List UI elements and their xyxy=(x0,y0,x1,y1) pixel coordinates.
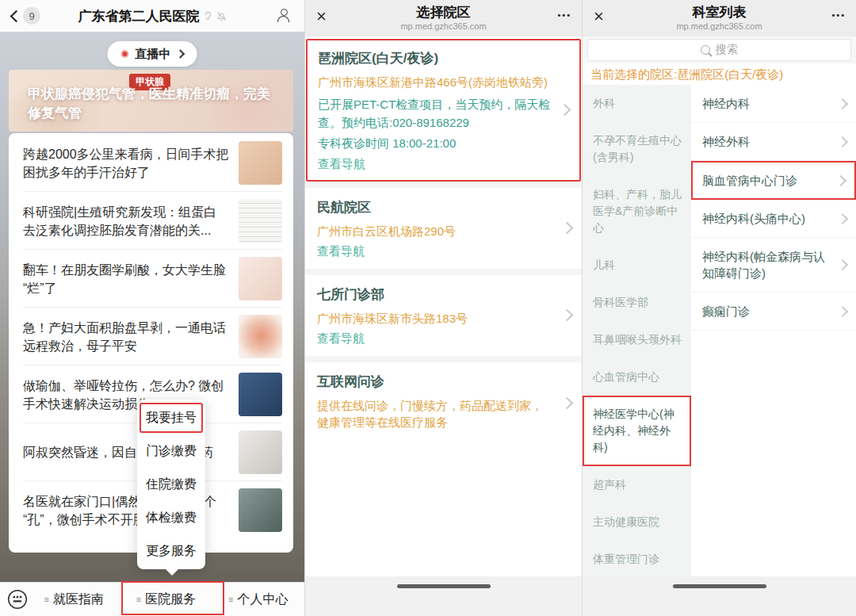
department-label: 神经内科(头痛中心) xyxy=(702,212,805,225)
department-item-neurology[interactable]: 神经内科 xyxy=(691,85,856,123)
divider xyxy=(305,269,582,275)
left-nav-bar: 9 广东省第二人民医院 xyxy=(0,0,304,32)
article-thumbnail-shoulder xyxy=(239,373,282,416)
article-row[interactable]: 翻车！在朋友圈学刷酸，女大学生脸“烂”了 xyxy=(9,250,293,307)
page-url: mp.med.gzhc365.com xyxy=(630,21,808,32)
campus-card-pazhou[interactable]: 琶洲院区(白天/夜诊) 广州市海珠区新港中路466号(赤岗地铁站旁) 已开展PE… xyxy=(306,39,581,182)
close-icon[interactable]: × xyxy=(316,6,327,27)
view-navigation-link[interactable]: 查看导航 xyxy=(317,244,553,259)
sidebar-item-cardiovascular[interactable]: 心血管病中心 xyxy=(583,358,691,396)
submenu-marker-icon: ≡ xyxy=(44,595,48,604)
featured-article-card[interactable]: 甲状腺 甲状腺癌侵犯气管，医生精准切瘤，完美修复气管 xyxy=(9,70,293,132)
category-sidebar: 外科 不孕不育生殖中心(含男科) 妇科、产科，胎儿医学&产前诊断中心 儿科 骨科… xyxy=(583,85,691,576)
chevron-right-icon xyxy=(176,49,185,58)
department-item-headache-center[interactable]: 神经内科(头痛中心) xyxy=(691,200,856,238)
screenshot-canvas: 9 广东省第二人民医院 直播中 甲状腺 甲状腺癌侵犯气管，医生精准切瘤，完美修复… xyxy=(0,0,856,616)
divider xyxy=(305,182,582,188)
campus-name: 互联网问诊 xyxy=(317,373,553,391)
campus-card-qisuo[interactable]: 七所门诊部 广州市海珠区新市头路183号 查看导航 xyxy=(305,275,582,356)
sidebar-item-ent[interactable]: 耳鼻咽喉头颈外科 xyxy=(583,321,691,358)
tab-hospital-services[interactable]: ≡ 医院服务 xyxy=(120,591,212,608)
sidebar-item-surgery[interactable]: 外科 xyxy=(583,85,691,122)
submenu-marker-icon: ≡ xyxy=(228,595,233,604)
article-thumbnail-facial xyxy=(239,257,282,300)
wechat-account-panel: 9 广东省第二人民医院 直播中 甲状腺 甲状腺癌侵犯气管，医生精准切瘤，完美修复… xyxy=(0,0,304,616)
view-navigation-link[interactable]: 查看导航 xyxy=(318,157,552,172)
bottom-tab-bar: ≡ 就医指南 ≡ 医院服务 ≡ 个人中心 xyxy=(0,582,304,616)
campus-notice: 已开展PET-CT检查项目，当天预约，隔天检查。预约电话:020-8916822… xyxy=(318,95,552,132)
keyboard-icon[interactable] xyxy=(7,589,28,610)
sidebar-item-gynecology[interactable]: 妇科、产科，胎儿医学&产前诊断中心 xyxy=(583,176,691,247)
search-placeholder: 搜索 xyxy=(716,43,738,57)
tab-label: 个人中心 xyxy=(238,591,289,608)
divider xyxy=(305,356,582,362)
panel-footer xyxy=(305,576,582,616)
sidebar-item-orthopedics[interactable]: 骨科医学部 xyxy=(583,284,691,321)
nav-title-group: 广东省第二人民医院 xyxy=(48,0,257,32)
article-thumbnail-paper xyxy=(239,199,282,243)
chevron-right-icon xyxy=(559,104,571,117)
sidebar-item-ultrasound[interactable]: 超声科 xyxy=(583,466,691,503)
sidebar-item-fertility[interactable]: 不孕不育生殖中心(含男科) xyxy=(583,122,691,176)
chevron-right-icon xyxy=(561,397,574,410)
tab-visit-guide[interactable]: ≡ 就医指南 xyxy=(28,591,120,608)
department-list-panel: × 科室列表 mp.med.gzhc365.com ••• 搜索 当前选择的院区… xyxy=(582,0,856,616)
article-thumbnail-fetus xyxy=(239,315,282,358)
sidebar-item-proactive-health[interactable]: 主动健康医院 xyxy=(583,503,691,541)
page-url: mp.med.gzhc365.com xyxy=(353,21,534,32)
chevron-right-icon xyxy=(837,305,848,316)
article-row[interactable]: 科研强院|生殖研究新发现：组蛋白去泛素化调控胚胎发育潜能的关... xyxy=(9,192,293,249)
live-badge[interactable]: 直播中 xyxy=(108,41,197,67)
menu-item-inpatient-pay[interactable]: 住院缴费 xyxy=(137,468,205,501)
search-input[interactable]: 搜索 xyxy=(587,39,851,61)
menu-item-label: 我要挂号 xyxy=(146,410,197,427)
more-options-icon[interactable]: ••• xyxy=(831,10,846,20)
account-title: 广东省第二人民医院 xyxy=(78,7,200,25)
article-row[interactable]: 跨越2000多公里来看病，日间手术把困扰多年的手汗治好了 xyxy=(9,134,293,191)
page-title: 选择院区 xyxy=(353,4,534,21)
department-item-epilepsy-clinic[interactable]: 癫痫门诊 xyxy=(691,293,856,331)
department-list: 神经内科 神经外科 脑血管病中心门诊 神经内科(头痛中心) 神经内科(帕金森病与… xyxy=(691,85,856,576)
chevron-right-icon xyxy=(835,174,846,186)
close-icon[interactable]: × xyxy=(594,6,604,27)
menu-item-checkup-pay[interactable]: 体检缴费 xyxy=(137,501,205,534)
sidebar-item-neuro-center-selected[interactable]: 神经医学中心(神经内科、神经外科) xyxy=(583,396,691,466)
article-title: 急！产妇大面积胎盘早剥，一通电话远程救治，母子平安 xyxy=(23,319,229,355)
department-item-neurosurgery[interactable]: 神经外科 xyxy=(691,123,856,161)
home-indicator[interactable] xyxy=(397,584,491,588)
chevron-right-icon xyxy=(837,212,848,224)
view-navigation-link[interactable]: 查看导航 xyxy=(317,331,553,346)
webview-header: × 选择院区 mp.med.gzhc365.com ••• xyxy=(305,0,582,36)
campus-address: 广州市海珠区新市头路183号 xyxy=(317,310,553,327)
chevron-right-icon xyxy=(561,309,574,322)
menu-item-outpatient-pay[interactable]: 门诊缴费 xyxy=(137,434,205,468)
featured-caption: 甲状腺癌侵犯气管，医生精准切瘤，完美修复气管 xyxy=(28,85,276,123)
popup-arrow xyxy=(166,569,178,576)
campus-name: 民航院区 xyxy=(317,198,553,216)
menu-item-register[interactable]: 我要挂号 xyxy=(137,401,205,434)
unread-count-badge[interactable]: 9 xyxy=(23,7,40,25)
back-icon[interactable] xyxy=(10,10,23,23)
service-popup-menu: 我要挂号 门诊缴费 住院缴费 体检缴费 更多服务 xyxy=(137,400,205,569)
tab-personal-center[interactable]: ≡ 个人中心 xyxy=(212,591,304,608)
home-indicator[interactable] xyxy=(673,584,766,588)
webview-header: × 科室列表 mp.med.gzhc365.com ••• xyxy=(583,0,856,36)
campus-address: 广州市白云区机场路290号 xyxy=(317,223,553,239)
header-title-group: 选择院区 mp.med.gzhc365.com xyxy=(353,4,534,32)
sidebar-item-weight-management[interactable]: 体重管理门诊 xyxy=(583,541,691,576)
department-label: 神经内科 xyxy=(702,97,750,110)
campus-card-internet-clinic[interactable]: 互联网问诊 提供在线问诊，门慢续方，药品配送到家，健康管理等在线医疗服务 xyxy=(305,362,582,445)
live-label: 直播中 xyxy=(136,47,171,62)
more-options-icon[interactable]: ••• xyxy=(557,10,571,20)
department-item-cerebrovascular-highlighted[interactable]: 脑血管病中心门诊 xyxy=(691,161,856,200)
department-item-parkinson-clinic[interactable]: 神经内科(帕金森病与认知障碍门诊) xyxy=(691,238,856,293)
menu-item-more-services[interactable]: 更多服务 xyxy=(137,534,205,568)
article-row[interactable]: 急！产妇大面积胎盘早剥，一通电话远程救治，母子平安 xyxy=(9,308,293,365)
campus-card-minhang[interactable]: 民航院区 广州市白云区机场路290号 查看导航 xyxy=(305,188,582,269)
muted-bell-icon xyxy=(216,11,227,21)
page-title: 科室列表 xyxy=(630,4,808,21)
header-title-group: 科室列表 mp.med.gzhc365.com xyxy=(630,4,808,32)
sidebar-item-pediatrics[interactable]: 儿科 xyxy=(583,247,691,284)
profile-icon[interactable] xyxy=(277,9,291,23)
listen-icon xyxy=(203,11,213,21)
